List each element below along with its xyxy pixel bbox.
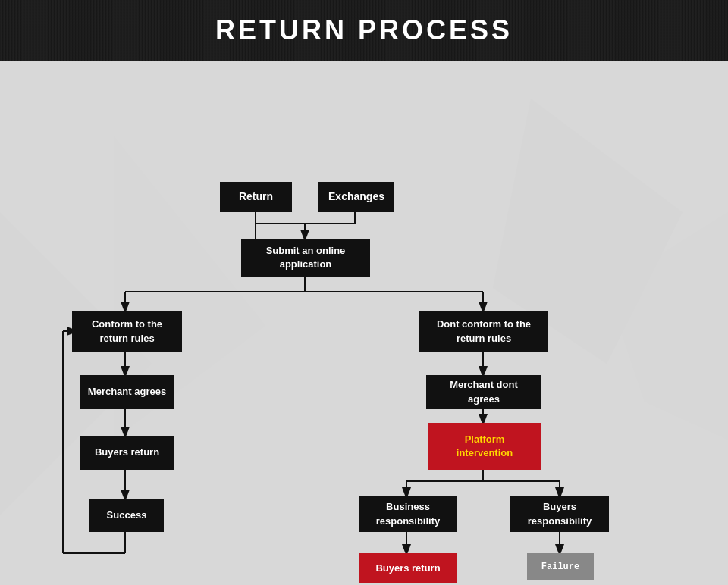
failure-box: Failure bbox=[527, 553, 594, 580]
main-content: Return Exchanges Submit an onlineapplica… bbox=[0, 61, 728, 585]
business-resp-box: Businessresponsibility bbox=[359, 496, 457, 532]
return-box: Return bbox=[220, 182, 292, 212]
buyers-return-left-box: Buyers return bbox=[80, 436, 174, 470]
success-box: Success bbox=[89, 499, 164, 532]
header: RETURN PROCESS bbox=[0, 0, 728, 61]
buyers-return-right-box: Buyers return bbox=[359, 553, 457, 583]
buyers-resp-box: Buyersresponsibility bbox=[510, 496, 609, 532]
exchanges-box: Exchanges bbox=[318, 182, 394, 212]
conform-box: Conform to thereturn rules bbox=[72, 311, 182, 352]
platform-intervention-box: Platformintervention bbox=[428, 423, 541, 470]
merchant-agrees-box: Merchant agrees bbox=[80, 375, 174, 409]
merchant-dont-box: Merchant dont agrees bbox=[426, 375, 541, 409]
submit-box: Submit an onlineapplication bbox=[241, 239, 370, 277]
page-title: RETURN PROCESS bbox=[215, 14, 513, 46]
dont-conform-box: Dont conform to thereturn rules bbox=[419, 311, 548, 352]
